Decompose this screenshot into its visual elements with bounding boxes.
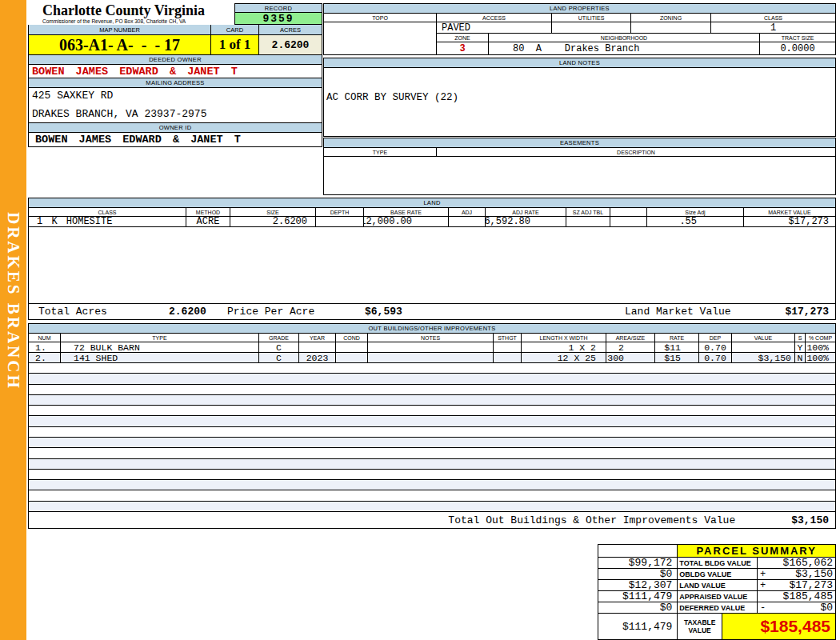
- parcel-summary-corner-cell: [598, 545, 678, 557]
- ob-value: [732, 342, 795, 352]
- land-notes-body: AC CORR BY SURVEY (22) 2.62 Total Acres: [324, 68, 835, 136]
- neighborhood-value: 80 A Drakes Branch: [489, 42, 760, 54]
- easements-section: EASEMENTS TYPE DESCRIPTION: [323, 138, 836, 195]
- topo-value: [324, 22, 437, 34]
- out-buildings-total-row: Total Out Buildings & Other Improvements…: [29, 512, 835, 528]
- ob-value: $3,150: [732, 353, 795, 362]
- col-topo: TOPO: [324, 14, 437, 22]
- summary-value: $3,150: [769, 569, 835, 579]
- parcel-summary-section: PARCEL SUMMARY $99,172 TOTAL BLDG VALUE …: [598, 544, 836, 640]
- col-market-value: MARKET VALUE: [744, 208, 835, 216]
- land-market-value-total: $17,273: [785, 306, 829, 318]
- summary-op: +: [758, 569, 769, 579]
- col-adj: ADJ: [449, 208, 486, 216]
- ob-dep: 0.70: [699, 353, 732, 362]
- out-building-row: 1. 72 BULK BARN C 1 X 2 2 $11 0.70 Y 100…: [29, 342, 835, 353]
- ob-grade: C: [259, 353, 299, 362]
- record-label: RECORD: [234, 3, 322, 13]
- col-year: YEAR: [299, 334, 336, 342]
- ob-cond: [336, 353, 368, 362]
- summary-row-obldg: $0 OBLDG VALUE + $3,150: [598, 569, 835, 580]
- summary-label: APPRAISED VALUE: [678, 591, 757, 602]
- out-buildings-total-value: $3,150: [791, 514, 829, 526]
- ob-length-width: 12 X 25: [522, 353, 606, 362]
- page-subtitle: Commissioner of the Revenue, PO Box 308,…: [42, 18, 234, 24]
- col-length-width: LENGTH X WIDTH: [522, 334, 606, 342]
- col-notes: NOTES: [368, 334, 494, 342]
- taxable-value: $185,485: [722, 614, 835, 639]
- parcel-summary-title: PARCEL SUMMARY: [678, 545, 835, 557]
- page-title: Charlotte County Virginia: [42, 3, 234, 18]
- prior-value: $12,307: [598, 580, 678, 590]
- col-size: SIZE: [230, 208, 316, 216]
- summary-op: [758, 558, 769, 568]
- ob-notes: [368, 353, 494, 362]
- prior-value: $99,172: [598, 558, 678, 568]
- ob-year: [299, 342, 336, 352]
- mailing-address-line1: 425 SAXKEY RD: [32, 90, 322, 102]
- col-easement-description: DESCRIPTION: [437, 148, 835, 156]
- col-s: S: [795, 334, 806, 342]
- summary-label: OBLDG VALUE: [678, 569, 757, 579]
- ob-s: N: [795, 353, 806, 362]
- col-type: TYPE: [61, 334, 259, 342]
- ob-cond: [336, 342, 368, 352]
- owner-id-label: OWNER ID: [29, 123, 322, 133]
- col-sthgt: STHGT: [494, 334, 522, 342]
- land-sz-adj-tbl: [566, 217, 610, 226]
- summary-row-land: $12,307 LAND VALUE + $17,273: [598, 580, 835, 591]
- summary-op: +: [758, 580, 769, 590]
- ob-area-size: 2: [606, 342, 655, 352]
- zone-spacer: [324, 34, 437, 42]
- summary-row-total-bldg: $99,172 TOTAL BLDG VALUE $165,062: [598, 558, 835, 569]
- ob-area-size: 300: [606, 353, 655, 362]
- ob-pct-comp: 100%: [806, 353, 835, 362]
- ob-length-width: 1 X 2: [522, 342, 606, 352]
- price-per-acre-value: $6,593: [365, 306, 402, 318]
- out-buildings-section: OUT BUILDINGS/OTHER IMPROVEMENTS NUM TYP…: [28, 323, 836, 529]
- col-rate: RATE: [655, 334, 699, 342]
- land-market-value: $17,273: [744, 217, 835, 226]
- summary-op: -: [758, 602, 769, 613]
- taxable-prior-value: $111,479: [598, 614, 678, 639]
- col-class: CLASS: [711, 14, 835, 22]
- tract-size-label: TRACT SIZE: [760, 34, 835, 42]
- summary-value: $0: [769, 602, 835, 613]
- ob-grade: C: [259, 342, 299, 352]
- col-num: NUM: [29, 334, 61, 342]
- ob-dep: 0.70: [699, 342, 732, 352]
- map-number-label: MAP NUMBER: [29, 25, 211, 35]
- out-buildings-total-label: Total Out Buildings & Other Improvements…: [448, 514, 735, 526]
- col-class: CLASS: [29, 208, 186, 216]
- ob-s: Y: [795, 342, 806, 352]
- land-spare: [610, 217, 647, 226]
- header-block: Charlotte County Virginia Commissioner o…: [28, 3, 322, 147]
- ob-type: 141 SHED: [61, 353, 259, 362]
- land-size-adj: .55: [647, 217, 744, 226]
- prior-value: $0: [598, 569, 678, 579]
- easements-title: EASEMENTS: [324, 138, 835, 148]
- land-note-line1: AC CORR BY SURVEY (22): [326, 92, 835, 103]
- land-properties-section: LAND PROPERTIES TOPO ACCESS UTILITIES ZO…: [323, 3, 836, 55]
- summary-row-taxable: $111,479 TAXABLE VALUE $185,485: [598, 614, 835, 639]
- zoning-value: [631, 22, 711, 34]
- col-pct-comp: % COMP: [806, 334, 835, 342]
- summary-row-appraised: $111,479 APPRAISED VALUE $185,485: [598, 591, 835, 602]
- ob-rate: $11: [655, 342, 699, 352]
- summary-value: $165,062: [769, 558, 835, 568]
- record-value: 9359: [234, 13, 322, 25]
- col-size-adj: Size Adj: [647, 208, 744, 216]
- tract-size-value: 0.0000: [760, 42, 835, 54]
- total-acres-label: Total Acres: [38, 306, 107, 318]
- summary-value: $17,273: [769, 580, 835, 590]
- col-easement-type: TYPE: [324, 148, 437, 156]
- col-spare: [610, 208, 647, 216]
- land-base-rate: 12,000.00: [364, 217, 449, 226]
- col-base-rate: BASE RATE: [364, 208, 449, 216]
- out-buildings-title: OUT BUILDINGS/OTHER IMPROVEMENTS: [29, 324, 835, 334]
- acres-label: ACRES: [259, 25, 322, 35]
- access-value: PAVED: [437, 22, 552, 34]
- district-sidebar: DRAKES BRANCH: [0, 0, 26, 640]
- record-box: RECORD 9359: [234, 3, 322, 25]
- col-dep: DEP: [699, 334, 732, 342]
